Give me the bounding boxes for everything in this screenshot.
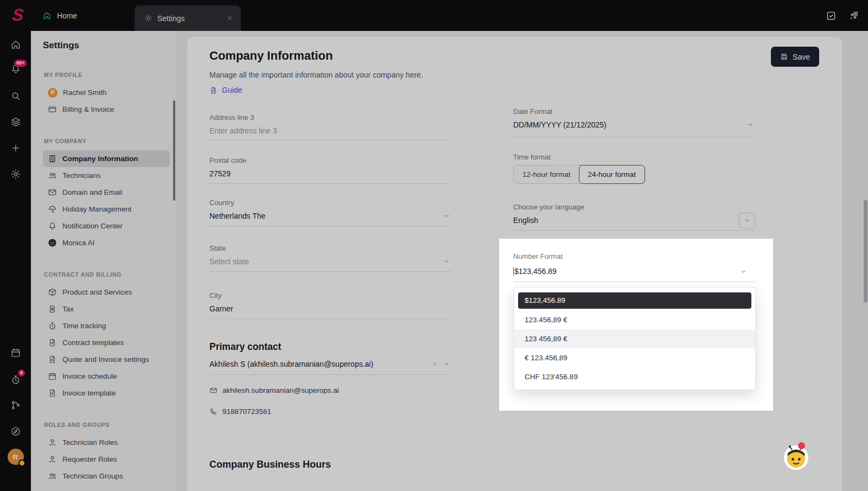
text-caret [513,267,514,276]
number-format-option[interactable]: 123.456,89 € [514,310,755,329]
app-window: S Home Settings 99+ 8 R [0,0,868,491]
number-format-option[interactable]: € 123.456,89 [514,348,755,367]
number-format-select[interactable]: $123,456.89 [513,267,756,282]
monica-chatbot-button[interactable] [783,445,809,470]
number-format-option[interactable]: 123 456,89 € [514,329,755,348]
number-format-dropdown: $123,456.89 123.456,89 € 123 456,89 € € … [514,287,756,390]
number-format-option[interactable]: CHF 123'456.89 [514,367,755,386]
number-format-value: $123,456.89 [514,267,557,276]
chatbot-notification-dot [798,442,805,449]
chevron-down-icon [740,268,747,275]
number-format-panel: Number Format $123,456.89 $123,456.89 12… [499,239,773,411]
monica-bee-avatar-icon [783,445,809,470]
number-format-option[interactable]: $123,456.89 [518,292,751,309]
number-format-label: Number Format [513,252,563,260]
